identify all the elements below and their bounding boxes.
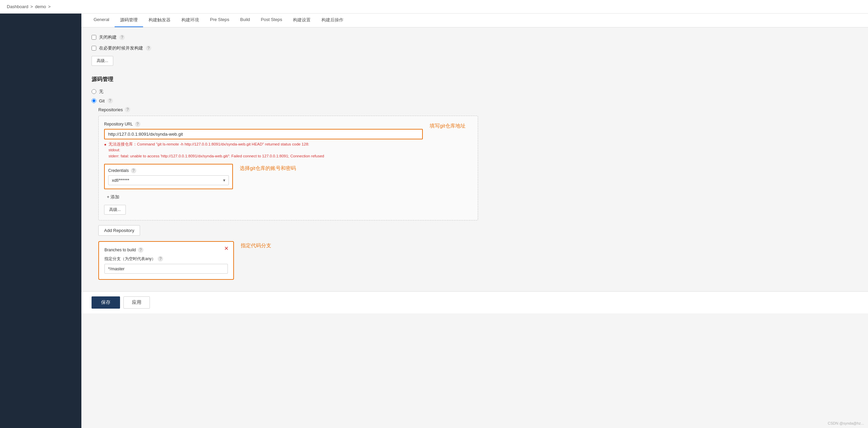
branch-input-row	[104, 264, 228, 274]
credentials-box: Credentials ? xdf/****** ▾	[104, 164, 233, 189]
repo-url-annotation: 填写git仓库地址	[430, 123, 466, 129]
branches-label: Branches to build	[104, 248, 136, 252]
repository-card: Repository URL ? ● 无法连接仓库：Command "git l…	[98, 116, 478, 220]
tabs-bar: General 源码管理 构建触发器 构建环境 Pre Steps Build …	[81, 14, 868, 27]
save-button[interactable]: 保存	[92, 296, 120, 309]
section-title: 源码管理	[92, 76, 478, 83]
credentials-label: Credentials	[108, 168, 129, 173]
branches-annotation-wrapper: 指定代码分支	[234, 241, 478, 249]
add-credentials-button[interactable]: + 添加	[104, 193, 122, 201]
repo-url-left: Repository URL ? ● 无法连接仓库：Command "git l…	[104, 121, 423, 159]
credentials-annotation-wrapper: 选择git仓库的账号和密码	[233, 164, 472, 172]
repositories-label: Repositories ?	[98, 107, 478, 112]
watermark: CSDN @synda@hz...	[828, 421, 864, 425]
scm-git-radio[interactable]	[92, 98, 96, 103]
repo-url-label: Repository URL	[104, 122, 133, 127]
repo-url-label-row: Repository URL ?	[104, 121, 423, 127]
bottom-bar: 保存 应用	[81, 291, 868, 313]
content-area: General 源码管理 构建触发器 构建环境 Pre Steps Build …	[81, 14, 868, 428]
scm-git-row: Git ?	[92, 98, 478, 103]
main-container: General 源码管理 构建触发器 构建环境 Pre Steps Build …	[0, 14, 868, 428]
disable-build-checkbox[interactable]	[92, 35, 96, 40]
concurrent-build-row: 在必要的时候并发构建 ?	[92, 45, 478, 51]
tab-poststeps[interactable]: Post Steps	[255, 14, 288, 27]
scm-git-help[interactable]: ?	[107, 98, 113, 103]
tab-build[interactable]: Build	[235, 14, 255, 27]
tab-presteps[interactable]: Pre Steps	[204, 14, 235, 27]
branch-specifier-label: 指定分支（为空时代表any）	[104, 256, 156, 262]
tab-env[interactable]: 构建环境	[176, 14, 204, 27]
repo-url-annotation-wrapper: 填写git仓库地址	[423, 121, 472, 129]
branches-annotation: 指定代码分支	[241, 242, 271, 249]
repo-error-message: ● 无法连接仓库：Command "git ls-remote -h http:…	[104, 141, 423, 159]
nav-sep1: >	[31, 4, 33, 9]
concurrent-build-checkbox[interactable]	[92, 46, 96, 51]
left-sidebar	[0, 14, 81, 428]
repo-url-help[interactable]: ?	[135, 121, 140, 127]
branch-remove-button[interactable]: ✕	[222, 245, 231, 252]
scm-git-label: Git	[99, 98, 105, 103]
branch-specifier-help[interactable]: ?	[158, 256, 163, 261]
disable-build-help[interactable]: ?	[119, 35, 125, 40]
branches-card: Branches to build ? 指定分支（为空时代表any） ? ✕	[98, 241, 234, 280]
concurrent-build-label: 在必要的时候并发构建	[99, 45, 143, 51]
credentials-section: Credentials ? xdf/****** ▾ 选择gi	[104, 164, 472, 189]
error-icon: ●	[104, 142, 106, 148]
error-line2: stdout:	[108, 147, 324, 153]
branch-specifier-label-row: 指定分支（为空时代表any） ?	[104, 256, 228, 262]
page-content: 关闭构建 ? 在必要的时候并发构建 ? 高级... 源码管理 无 Git ?	[81, 27, 488, 291]
nav-sep2: >	[48, 4, 51, 9]
add-repository-button[interactable]: Add Repository	[98, 225, 140, 236]
repositories-help[interactable]: ?	[125, 107, 130, 112]
repo-url-section: Repository URL ? ● 无法连接仓库：Command "git l…	[104, 121, 472, 159]
top-advanced-button[interactable]: 高级...	[92, 56, 113, 66]
tab-postbuild[interactable]: 构建后操作	[316, 14, 349, 27]
scm-none-label: 无	[99, 89, 103, 95]
concurrent-build-help[interactable]: ?	[146, 45, 151, 51]
repositories-text: Repositories	[98, 107, 123, 112]
tab-source[interactable]: 源码管理	[115, 14, 143, 27]
repo-url-input[interactable]	[104, 129, 423, 139]
credentials-select[interactable]: xdf/******	[108, 175, 229, 185]
tab-triggers[interactable]: 构建触发器	[143, 14, 176, 27]
repo-advanced-button[interactable]: 高级...	[104, 205, 126, 215]
credentials-select-wrapper: xdf/****** ▾	[108, 175, 229, 185]
credentials-grid: Credentials ? xdf/****** ▾ 选择gi	[104, 164, 472, 189]
credentials-annotation: 选择git仓库的账号和密码	[240, 165, 296, 172]
apply-button[interactable]: 应用	[123, 296, 150, 309]
credentials-help[interactable]: ?	[131, 168, 136, 173]
disable-build-row: 关闭构建 ?	[92, 34, 478, 40]
scm-none-radio[interactable]	[92, 89, 96, 94]
branches-help[interactable]: ?	[138, 247, 143, 253]
branches-label-row: Branches to build ?	[104, 247, 228, 253]
scm-none-row: 无	[92, 89, 478, 95]
tab-settings[interactable]: 构建设置	[288, 14, 316, 27]
nav-demo[interactable]: demo	[35, 4, 46, 9]
top-nav: Dashboard > demo >	[0, 0, 868, 14]
error-text: 无法连接仓库：Command "git ls-remote -h http://…	[108, 141, 324, 159]
branches-section: Branches to build ? 指定分支（为空时代表any） ? ✕ 指…	[92, 241, 478, 285]
branch-specifier-input[interactable]	[104, 264, 228, 274]
nav-dashboard[interactable]: Dashboard	[7, 4, 28, 9]
tab-general[interactable]: General	[88, 14, 115, 27]
error-line3: stderr: fatal: unable to access 'http://…	[108, 153, 324, 159]
error-line1: 无法连接仓库：Command "git ls-remote -h http://…	[108, 141, 324, 147]
credentials-label-row: Credentials ?	[108, 168, 229, 173]
disable-build-label: 关闭构建	[99, 34, 117, 40]
